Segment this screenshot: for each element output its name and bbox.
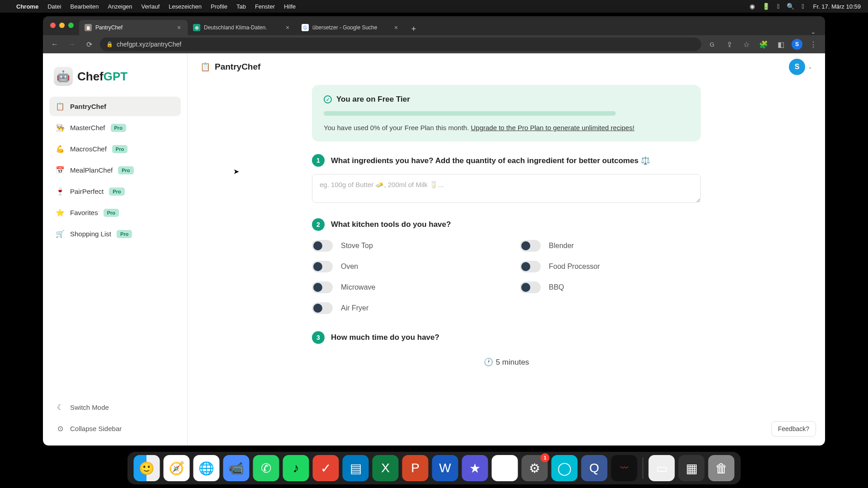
feedback-button[interactable]: Feedback? (771, 421, 816, 436)
step-2-label: What kitchen tools do you have? (331, 220, 451, 229)
sidebar-item-pantrychef[interactable]: 📋 PantryChef (49, 97, 181, 116)
dock-excel[interactable]: X (373, 455, 399, 481)
avatar: S (789, 59, 805, 75)
tab-overflow-button[interactable]: ⌄ (806, 28, 821, 35)
dock-quicktime[interactable]: Q (581, 455, 608, 481)
tool-oven: Oven (312, 261, 493, 272)
new-tab-button[interactable]: + (407, 23, 420, 35)
window-minimize-button[interactable] (59, 23, 65, 28)
bookmark-star-icon[interactable]: ☆ (740, 38, 753, 51)
dock-googledrive[interactable]: ▲ (492, 455, 518, 481)
tab-close-icon[interactable]: × (176, 24, 182, 31)
browser-toolbar: ← → ⟳ 🔒 chefgpt.xyz/pantryChef G ⇪ ☆ 🧩 ◧… (43, 35, 825, 53)
dock-imovie[interactable]: ★ (462, 455, 488, 481)
reload-button[interactable]: ⟳ (83, 38, 95, 51)
control-center-icon[interactable]: 􀜊 (802, 3, 804, 10)
menu-lesezeichen[interactable]: Lesezeichen (169, 3, 202, 10)
sidebar-item-favorites[interactable]: ⭐ Favorites Pro (49, 203, 181, 222)
tool-label: Oven (341, 263, 358, 271)
toggle-airfryer[interactable] (312, 302, 333, 314)
dock-minimized-window-2[interactable]: ▦ (679, 455, 705, 481)
dock-whatsapp[interactable]: ✆ (253, 455, 279, 481)
address-bar[interactable]: 🔒 chefgpt.xyz/pantryChef (100, 38, 701, 51)
menu-anzeigen[interactable]: Anzeigen (108, 3, 132, 10)
profile-avatar[interactable]: S (792, 39, 802, 50)
toggle-microwave[interactable] (312, 282, 333, 293)
dock-spotify[interactable]: ♪ (283, 455, 309, 481)
dock-chrome[interactable]: 🌐 (193, 455, 220, 481)
battery-icon[interactable]: 🔋 (762, 3, 770, 10)
ingredients-input[interactable] (312, 174, 701, 203)
dock-voicememos[interactable]: 〰 (611, 455, 637, 481)
tab-close-icon[interactable]: × (284, 24, 291, 31)
tab-strip: 📋 PantryChef × ⬢ Deutschland Klima-Daten… (43, 16, 825, 35)
menu-hilfe[interactable]: Hilfe (284, 3, 296, 10)
favicon-icon: ⬢ (193, 24, 200, 31)
dock-powerpoint[interactable]: P (402, 455, 429, 481)
logo-icon: 🤖 (54, 67, 73, 86)
dock-finder[interactable]: 🙂 (134, 455, 160, 481)
upgrade-link[interactable]: Upgrade to the Pro Plan to generate unli… (471, 124, 634, 131)
menubar-clock[interactable]: Fr. 17. März 10:59 (813, 3, 861, 10)
banner-title: You are on Free Tier (336, 95, 410, 104)
dock-todoist[interactable]: ✓ (313, 455, 339, 481)
dock-safari[interactable]: 🧭 (164, 455, 190, 481)
switch-mode-button[interactable]: ☾ Switch Mode (49, 398, 181, 417)
dock-settings[interactable]: ⚙1 (522, 455, 548, 481)
toggle-foodprocessor[interactable] (520, 261, 541, 272)
extensions-icon[interactable]: 🧩 (757, 38, 770, 51)
screenrecord-icon[interactable]: ◉ (750, 3, 755, 10)
tool-bbq: BBQ (520, 282, 701, 293)
menu-tab[interactable]: Tab (236, 3, 246, 10)
favicon-icon: G (302, 24, 309, 31)
sidebar-item-mealplanchef[interactable]: 📅 MealPlanChef Pro (49, 160, 181, 180)
google-lens-icon[interactable]: G (706, 38, 718, 51)
step-number-badge: 2 (312, 218, 325, 231)
toggle-bbq[interactable] (520, 282, 541, 293)
sidebar-item-shoppinglist[interactable]: 🛒 Shopping List Pro (49, 224, 181, 244)
macroschef-icon: 💪 (56, 145, 65, 153)
menubar-app-name[interactable]: Chrome (16, 3, 38, 10)
toggle-blender[interactable] (520, 240, 541, 252)
menu-datei[interactable]: Datei (47, 3, 61, 10)
collapse-sidebar-button[interactable]: ⊙ Collapse Sidebar (49, 419, 181, 438)
tab-google-uebersetzer[interactable]: G übersetzer - Google Suche × (296, 20, 405, 35)
tab-deutschland-klima[interactable]: ⬢ Deutschland Klima-Daten. × (188, 20, 296, 35)
menu-profile[interactable]: Profile (211, 3, 227, 10)
chevron-down-icon: ⌄ (808, 64, 812, 70)
toggle-oven[interactable] (312, 261, 333, 272)
menu-fenster[interactable]: Fenster (255, 3, 275, 10)
forward-button[interactable]: → (66, 38, 78, 51)
dock-minimized-window[interactable]: ▭ (649, 455, 675, 481)
lock-icon: 🔒 (106, 41, 113, 47)
search-icon[interactable]: 🔍 (787, 3, 794, 10)
favicon-icon: 📋 (85, 24, 92, 31)
sidebar-item-macroschef[interactable]: 💪 MacrosChef Pro (49, 139, 181, 159)
sidebar-item-masterchef[interactable]: 👨‍🍳 MasterChef Pro (49, 118, 181, 137)
chrome-menu-icon[interactable]: ⋮ (807, 38, 820, 51)
sidebar-item-label: MacrosChef (70, 145, 107, 153)
window-zoom-button[interactable] (68, 23, 74, 28)
tab-pantrychef[interactable]: 📋 PantryChef × (79, 20, 188, 35)
pairperfect-icon: 🍷 (56, 187, 65, 196)
user-menu[interactable]: S ⌄ (789, 59, 812, 75)
chrome-window: 📋 PantryChef × ⬢ Deutschland Klima-Daten… (43, 16, 825, 446)
scroll-area[interactable]: ✓ You are on Free Tier You have used 0% … (188, 80, 825, 446)
menu-bearbeiten[interactable]: Bearbeiten (70, 3, 99, 10)
dock-word[interactable]: W (432, 455, 458, 481)
wifi-icon[interactable]: 􀙇 (777, 3, 779, 10)
dock-trello[interactable]: ▤ (343, 455, 369, 481)
window-close-button[interactable] (50, 23, 56, 28)
dock-app-generic[interactable]: ◯ (552, 455, 578, 481)
dock-trash[interactable]: 🗑 (708, 455, 735, 481)
back-button[interactable]: ← (48, 38, 61, 51)
toggle-stovetop[interactable] (312, 240, 333, 252)
share-icon[interactable]: ⇪ (723, 38, 736, 51)
sidepanel-icon[interactable]: ◧ (774, 38, 787, 51)
tab-close-icon[interactable]: × (393, 24, 399, 31)
usage-progress-bar (324, 111, 616, 116)
menu-verlauf[interactable]: Verlauf (142, 3, 160, 10)
logo[interactable]: 🤖 ChefGPT (49, 61, 181, 97)
dock-zoom[interactable]: 📹 (223, 455, 250, 481)
sidebar-item-pairperfect[interactable]: 🍷 PairPerfect Pro (49, 182, 181, 201)
